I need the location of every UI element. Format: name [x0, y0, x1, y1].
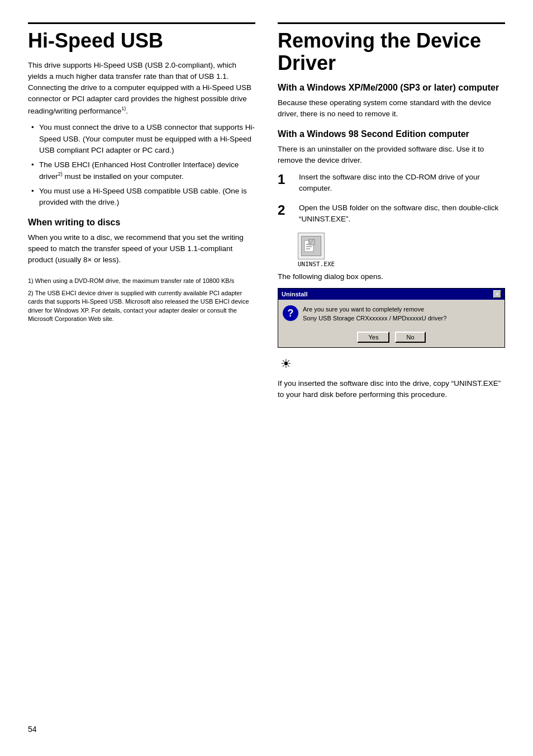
- sub2-title: With a Windows 98 Second Edition compute…: [278, 129, 505, 139]
- step-2-row: 2 Open the USB folder on the software di…: [278, 202, 505, 225]
- following-text: The following dialog box opens.: [278, 271, 505, 282]
- dialog-buttons: Yes No: [278, 328, 505, 347]
- svg-rect-5: [306, 246, 312, 247]
- uninst-exe-label: UNINST.EXE: [298, 261, 335, 268]
- columns: Hi-Speed USB This drive supports Hi-Spee…: [28, 22, 505, 714]
- bullet-item-3: You must use a Hi-Speed USB compatible U…: [34, 186, 255, 209]
- page: Hi-Speed USB This drive supports Hi-Spee…: [0, 0, 533, 756]
- dialog-yes-button[interactable]: Yes: [357, 332, 389, 343]
- svg-rect-4: [306, 244, 312, 245]
- right-column: Removing the Device Driver With a Window…: [278, 22, 505, 714]
- when-writing-title: When writing to discs: [28, 218, 255, 228]
- step-1-number: 1: [278, 172, 294, 188]
- sub2-text: There is an uninstaller on the provided …: [278, 144, 505, 167]
- dialog-title: Uninstall: [282, 291, 307, 297]
- step-2-text: Open the USB folder on the software disc…: [299, 202, 505, 225]
- dialog-box: Uninstall × ? Are you sure you want to c…: [278, 288, 505, 348]
- tip-sun-icon: ☀: [278, 356, 294, 372]
- uninst-exe-icon-inner: [301, 236, 321, 256]
- dialog-close-button[interactable]: ×: [493, 290, 501, 298]
- step-2-number: 2: [278, 202, 294, 219]
- footnote-2: 2) The USB EHCI device driver is supplie…: [28, 289, 255, 324]
- left-column: Hi-Speed USB This drive supports Hi-Spee…: [28, 22, 255, 714]
- dialog-message: Are you sure you want to completely remo…: [303, 305, 500, 323]
- footnotes: 1) When using a DVD-ROM drive, the maxim…: [28, 277, 255, 323]
- tip-icon-area: ☀: [278, 356, 505, 372]
- tip-text: If you inserted the software disc into t…: [278, 378, 505, 401]
- dialog-question-icon: ?: [283, 305, 298, 321]
- sub1-text: Because these operating system come stan…: [278, 97, 505, 120]
- bullet-list: You must connect the drive to a USB conn…: [34, 122, 255, 208]
- page-number: 54: [28, 725, 505, 734]
- uninst-exe-icon: [298, 233, 325, 259]
- bullet-item-2: The USB EHCI (Enhanced Host Controller I…: [34, 159, 255, 182]
- bullet-item-1: You must connect the drive to a USB conn…: [34, 122, 255, 156]
- dialog-body: ? Are you sure you want to completely re…: [278, 300, 505, 328]
- uninst-exe-svg: [303, 238, 319, 254]
- left-intro: This drive supports Hi-Speed USB (USB 2.…: [28, 60, 255, 117]
- footnote-1: 1) When using a DVD-ROM drive, the maxim…: [28, 277, 255, 285]
- sub1-title: With a Windows XP/Me/2000 (SP3 or later)…: [278, 83, 505, 93]
- left-title: Hi-Speed USB: [28, 22, 255, 52]
- step-1-text: Insert the software disc into the CD-ROM…: [299, 172, 505, 195]
- when-writing-text: When you write to a disc, we recommend t…: [28, 232, 255, 266]
- step-1-row: 1 Insert the software disc into the CD-R…: [278, 172, 505, 195]
- dialog-no-button[interactable]: No: [395, 332, 425, 343]
- dialog-titlebar: Uninstall ×: [278, 289, 505, 300]
- uninst-exe-area: UNINST.EXE: [298, 233, 505, 268]
- svg-rect-6: [306, 248, 310, 249]
- right-title: Removing the Device Driver: [278, 22, 505, 74]
